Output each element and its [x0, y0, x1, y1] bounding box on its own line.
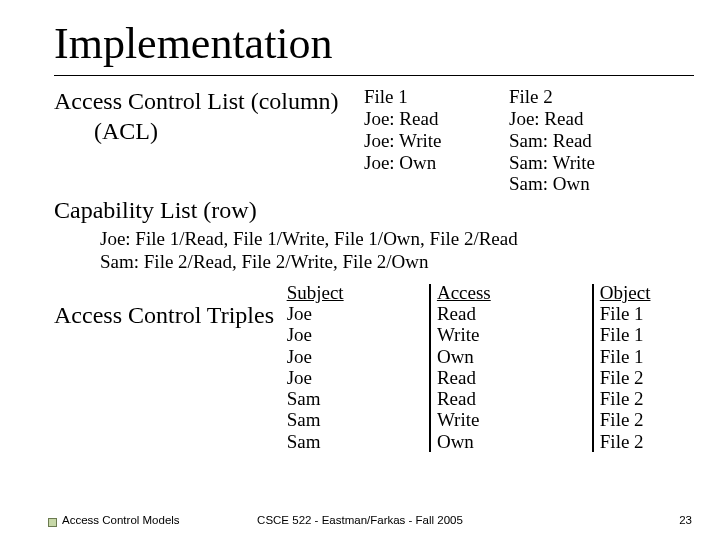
- table-row: Joe: [287, 367, 429, 388]
- table-row: Write: [437, 409, 592, 430]
- acl-file2-name: File 2: [509, 86, 654, 108]
- acl-file1-entry: Joe: Write: [364, 130, 509, 152]
- acl-file2: File 2 Joe: Read Sam: Read Sam: Write Sa…: [509, 86, 654, 195]
- acl-label-line2: (ACL): [54, 116, 364, 146]
- column-divider: [592, 284, 594, 452]
- table-row: Write: [437, 324, 592, 345]
- acl-file2-entry: Joe: Read: [509, 108, 654, 130]
- title-rule: [54, 75, 694, 76]
- acl-label-line1: Access Control List (column): [54, 86, 364, 116]
- table-row: File 2: [600, 409, 690, 430]
- table-row: File 2: [600, 388, 690, 409]
- table-row: Read: [437, 367, 592, 388]
- column-divider: [429, 284, 431, 452]
- triples-section: Access Control Triples Subject Joe Joe J…: [54, 282, 690, 452]
- table-row: Own: [437, 431, 592, 452]
- page-title: Implementation: [54, 18, 690, 69]
- table-row: File 1: [600, 324, 690, 345]
- triples-object-col: Object File 1 File 1 File 1 File 2 File …: [600, 282, 690, 452]
- table-row: Sam: [287, 431, 429, 452]
- slide: Implementation Access Control List (colu…: [0, 0, 720, 540]
- table-row: Joe: [287, 324, 429, 345]
- table-row: Sam: [287, 388, 429, 409]
- capability-label: Capability List (row): [54, 197, 690, 224]
- table-row: Joe: [287, 303, 429, 324]
- page-number: 23: [679, 514, 692, 526]
- footer-center: CSCE 522 - Eastman/Farkas - Fall 2005: [257, 514, 463, 526]
- capability-list: Joe: File 1/Read, File 1/Write, File 1/O…: [100, 228, 690, 274]
- table-row: Read: [437, 303, 592, 324]
- table-row: Joe: [287, 346, 429, 367]
- acl-file1: File 1 Joe: Read Joe: Write Joe: Own: [364, 86, 509, 173]
- table-row: File 2: [600, 431, 690, 452]
- acl-file2-entry: Sam: Read: [509, 130, 654, 152]
- acl-file2-entry: Sam: Write: [509, 152, 654, 174]
- table-row: Sam: [287, 409, 429, 430]
- table-row: Read: [437, 388, 592, 409]
- acl-file1-entry: Joe: Own: [364, 152, 509, 174]
- acl-label: Access Control List (column) (ACL): [54, 86, 364, 146]
- footer-marker-icon: [48, 518, 57, 527]
- table-row: File 1: [600, 303, 690, 324]
- acl-section: Access Control List (column) (ACL) File …: [54, 86, 690, 195]
- capability-line: Sam: File 2/Read, File 2/Write, File 2/O…: [100, 251, 690, 274]
- triples-label: Access Control Triples: [54, 282, 287, 329]
- table-row: File 1: [600, 346, 690, 367]
- triples-subject-col: Subject Joe Joe Joe Joe Sam Sam Sam: [287, 282, 429, 452]
- table-row: Own: [437, 346, 592, 367]
- acl-file1-entry: Joe: Read: [364, 108, 509, 130]
- triples-header-access: Access: [437, 282, 592, 303]
- triples-access-col: Access Read Write Own Read Read Write Ow…: [437, 282, 592, 452]
- triples-header-object: Object: [600, 282, 690, 303]
- footer-left: Access Control Models: [62, 514, 180, 526]
- acl-file2-entry: Sam: Own: [509, 173, 654, 195]
- capability-line: Joe: File 1/Read, File 1/Write, File 1/O…: [100, 228, 690, 251]
- triples-header-subject: Subject: [287, 282, 429, 303]
- table-row: File 2: [600, 367, 690, 388]
- acl-file1-name: File 1: [364, 86, 509, 108]
